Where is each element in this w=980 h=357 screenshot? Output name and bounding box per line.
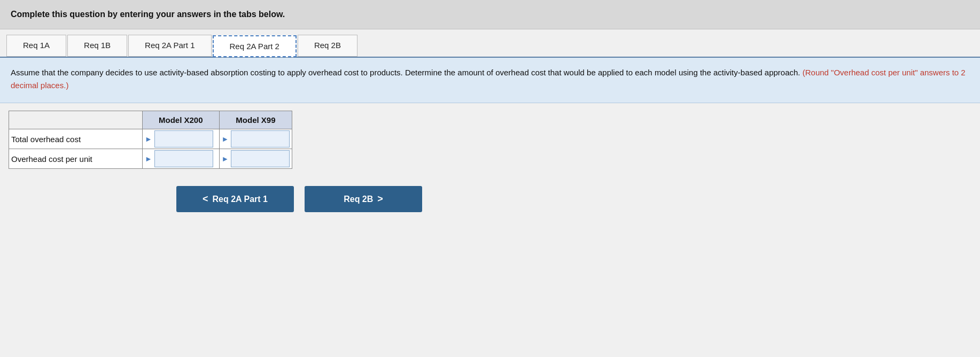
- instruction-text: Complete this question by entering your …: [11, 10, 285, 19]
- prev-button-label: Req 2A Part 1: [213, 195, 268, 204]
- arrow-icon-4: ►: [222, 154, 229, 163]
- overhead-per-unit-x200-input[interactable]: [154, 150, 213, 167]
- total-overhead-x200-cell: ►: [143, 129, 220, 149]
- table-section: Model X200 Model X99 Total overhead cost…: [0, 103, 980, 173]
- table-row: Total overhead cost ► ►: [9, 129, 292, 149]
- total-overhead-x99-input[interactable]: [231, 130, 290, 148]
- table-row: Overhead cost per unit ► ►: [9, 149, 292, 169]
- tab-req2a-part1[interactable]: Req 2A Part 1: [128, 35, 211, 57]
- next-button-label: Req 2B: [344, 195, 373, 204]
- nav-buttons: < Req 2A Part 1 Req 2B >: [0, 173, 980, 223]
- total-overhead-x200-input[interactable]: [154, 130, 213, 148]
- header-bar: Complete this question by entering your …: [0, 0, 980, 29]
- tab-req2a-part2[interactable]: Req 2A Part 2: [213, 35, 297, 57]
- next-button[interactable]: Req 2B >: [305, 186, 422, 212]
- tab-req1b[interactable]: Req 1B: [67, 35, 127, 57]
- data-table: Model X200 Model X99 Total overhead cost…: [9, 111, 292, 169]
- tabs-container: Req 1A Req 1B Req 2A Part 1 Req 2A Part …: [0, 29, 980, 58]
- tab-req2b[interactable]: Req 2B: [298, 35, 357, 57]
- overhead-per-unit-x99-input[interactable]: [231, 150, 290, 167]
- description-text: Assume that the company decides to use a…: [11, 66, 969, 92]
- description-normal: Assume that the company decides to use a…: [11, 68, 800, 77]
- total-overhead-x99-cell: ►: [219, 129, 292, 149]
- row-label-overhead-per-unit: Overhead cost per unit: [9, 149, 143, 169]
- next-arrow-icon: >: [377, 193, 383, 205]
- overhead-per-unit-x99-cell: ►: [219, 149, 292, 169]
- arrow-icon-2: ►: [222, 135, 229, 143]
- page-wrapper: Complete this question by entering your …: [0, 0, 980, 357]
- tab-req1a[interactable]: Req 1A: [6, 35, 66, 57]
- arrow-icon-3: ►: [145, 154, 152, 163]
- prev-button[interactable]: < Req 2A Part 1: [176, 186, 294, 212]
- prev-arrow-icon: <: [203, 193, 208, 205]
- overhead-per-unit-x200-cell: ►: [143, 149, 220, 169]
- row-label-total-overhead: Total overhead cost: [9, 129, 143, 149]
- col-header-x200: Model X200: [143, 111, 220, 129]
- empty-header: [9, 111, 143, 129]
- content-area: Assume that the company decides to use a…: [0, 58, 980, 103]
- arrow-icon-1: ►: [145, 135, 152, 143]
- col-header-x99: Model X99: [219, 111, 292, 129]
